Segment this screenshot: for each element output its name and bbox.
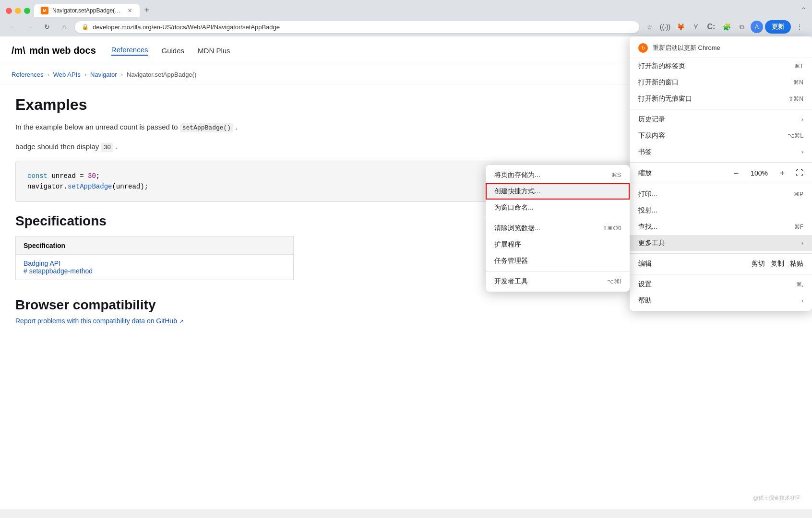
update-button[interactable]: 更新 <box>765 20 791 34</box>
menu-settings-label: 设置 <box>638 280 796 289</box>
zoom-value: 100% <box>750 169 769 177</box>
zoom-minus-button[interactable]: − <box>730 167 742 179</box>
badge-number-code: 30 <box>101 143 113 152</box>
menu-downloads[interactable]: 下载内容 ⌥⌘L <box>630 128 812 144</box>
extension1-button[interactable]: 🦊 <box>674 20 687 34</box>
menu-more-tools[interactable]: 更多工具 › <box>630 235 812 251</box>
create-shortcut-label: 创建快捷方式... <box>494 187 621 196</box>
mdn-logo-icon: /m\ <box>12 45 25 56</box>
media-button[interactable]: ((·)) <box>658 20 672 34</box>
menu-cast[interactable]: 投射... <box>630 202 812 219</box>
code-args: (unread); <box>112 183 148 190</box>
breadcrumb-current: Navigator.setAppBadge() <box>127 71 196 78</box>
spec-table-row: Badging API # setappbadge-method <box>16 255 294 280</box>
menu-update-text: 重新启动以更新 Chrome <box>653 44 720 52</box>
submenu-dev-tools[interactable]: 开发者工具 ⌥⌘I <box>486 273 630 290</box>
menu-history[interactable]: 历史记录 › <box>630 111 812 128</box>
breadcrumb-references[interactable]: References <box>12 71 43 78</box>
menu-new-window[interactable]: 打开新的窗口 ⌘N <box>630 74 812 91</box>
spec-title-ellipsis: ons <box>83 213 107 228</box>
spec-link-badging[interactable]: Badging API <box>24 259 60 267</box>
profile-button[interactable]: A <box>751 21 763 33</box>
address-bar[interactable]: 🔒 developer.mozilla.org/en-US/docs/Web/A… <box>75 21 639 33</box>
submenu-save-page[interactable]: 将页面存储为... ⌘S <box>486 167 630 183</box>
task-manager-label: 任务管理器 <box>494 257 621 265</box>
new-tab-button[interactable]: + <box>141 4 153 16</box>
menu-more-tools-arrow: › <box>801 240 803 247</box>
submenu-create-shortcut[interactable]: 创建快捷方式... <box>486 183 630 200</box>
copy-button[interactable]: 复制 <box>771 259 784 268</box>
menu-settings[interactable]: 设置 ⌘, <box>630 276 812 293</box>
menu-help[interactable]: 帮助 › <box>630 293 812 309</box>
menu-history-arrow: › <box>801 116 803 123</box>
code-navigator: navigator. <box>27 183 68 190</box>
menu-new-tab[interactable]: 打开新的标签页 ⌘T <box>630 58 812 74</box>
menu-help-label: 帮助 <box>638 296 798 305</box>
menu-sep5 <box>630 274 812 274</box>
submenu-sep1 <box>486 218 630 218</box>
more-tools-submenu: 将页面存储为... ⌘S 创建快捷方式... 为窗口命名... 清除浏览数据..… <box>486 165 630 292</box>
tab-close-button[interactable]: ✕ <box>126 7 133 14</box>
menu-new-window-label: 打开新的窗口 <box>638 78 793 87</box>
close-button[interactable] <box>6 8 12 14</box>
menu-print[interactable]: 打印... ⌘P <box>630 186 812 202</box>
chrome-dropdown-menu: ↻ 重新启动以更新 Chrome 打开新的标签页 ⌘T 打开新的窗口 ⌘N 打开… <box>630 36 812 311</box>
badge-text: badge should then display <box>15 142 99 151</box>
nav-mdn-plus[interactable]: MDN Plus <box>198 47 230 55</box>
menu-button[interactable]: ⋮ <box>793 20 806 34</box>
minimize-button[interactable] <box>15 8 21 14</box>
bookmark-star-button[interactable]: ☆ <box>643 20 657 34</box>
extensions-button[interactable]: 🧩 <box>720 20 733 34</box>
breadcrumb-web-apis[interactable]: Web APIs <box>53 71 81 78</box>
nav-references[interactable]: References <box>111 46 148 56</box>
zoom-fullscreen-button[interactable]: ⛶ <box>796 169 803 177</box>
refresh-button[interactable]: ↻ <box>40 20 54 34</box>
submenu-name-window[interactable]: 为窗口命名... <box>486 200 630 216</box>
menu-new-incognito[interactable]: 打开新的无痕窗口 ⇧⌘N <box>630 91 812 107</box>
clear-data-shortcut: ⇧⌘⌫ <box>602 225 621 232</box>
submenu-extensions[interactable]: 扩展程序 <box>486 236 630 253</box>
submenu-clear-data[interactable]: 清除浏览数据... ⇧⌘⌫ <box>486 220 630 236</box>
zoom-plus-button[interactable]: + <box>776 167 788 179</box>
extension3-button[interactable]: C: <box>705 20 718 34</box>
compat-github-link[interactable]: Report problems with this compatibility … <box>15 317 177 325</box>
menu-find[interactable]: 查找... ⌘F <box>630 219 812 235</box>
code-keyword-const: const <box>27 172 48 180</box>
nav-guides[interactable]: Guides <box>162 47 185 55</box>
spec-link-method[interactable]: # setappbadge-method <box>24 267 93 275</box>
paste-button[interactable]: 粘贴 <box>790 259 803 268</box>
back-button[interactable]: ← <box>6 20 19 34</box>
breadcrumb-sep3: › <box>121 71 123 78</box>
save-page-label: 将页面存储为... <box>494 171 611 179</box>
forward-button[interactable]: → <box>23 20 36 34</box>
extension2-button[interactable]: Y <box>689 20 703 34</box>
mdn-logo-text: mdn web docs <box>29 45 96 56</box>
mdn-logo[interactable]: /m\ mdn web docs <box>12 45 96 56</box>
split-view-button[interactable]: ⧉ <box>735 20 749 34</box>
menu-sep3 <box>630 184 812 184</box>
menu-print-shortcut: ⌘P <box>794 191 803 198</box>
save-page-shortcut: ⌘S <box>611 172 621 178</box>
menu-bookmarks-label: 书签 <box>638 148 798 156</box>
code-number-30: 30 <box>88 172 96 180</box>
tab-favicon: M <box>41 7 48 14</box>
menu-bookmarks-arrow: › <box>801 149 803 155</box>
menu-update-row[interactable]: ↻ 重新启动以更新 Chrome <box>630 38 812 58</box>
name-window-label: 为窗口命名... <box>494 203 621 212</box>
breadcrumb-navigator[interactable]: Navigator <box>90 71 117 78</box>
menu-find-label: 查找... <box>638 223 794 231</box>
submenu-task-manager[interactable]: 任务管理器 <box>486 253 630 269</box>
submenu-sep2 <box>486 271 630 271</box>
examples-text2-end: . <box>115 142 117 151</box>
maximize-button[interactable] <box>24 8 30 14</box>
dev-tools-label: 开发者工具 <box>494 277 607 286</box>
menu-help-arrow: › <box>801 297 803 304</box>
menu-bookmarks[interactable]: 书签 › <box>630 144 812 160</box>
cut-button[interactable]: 剪切 <box>752 259 765 268</box>
examples-text-after: . <box>235 123 237 131</box>
browser-tab[interactable]: M Navigator.setAppBadge() - We... ✕ <box>34 4 140 17</box>
menu-cast-label: 投射... <box>638 206 803 215</box>
code-func-setappbadge: setAppBadge <box>68 183 112 190</box>
home-button[interactable]: ⌂ <box>58 20 71 34</box>
menu-downloads-shortcut: ⌥⌘L <box>788 132 803 139</box>
